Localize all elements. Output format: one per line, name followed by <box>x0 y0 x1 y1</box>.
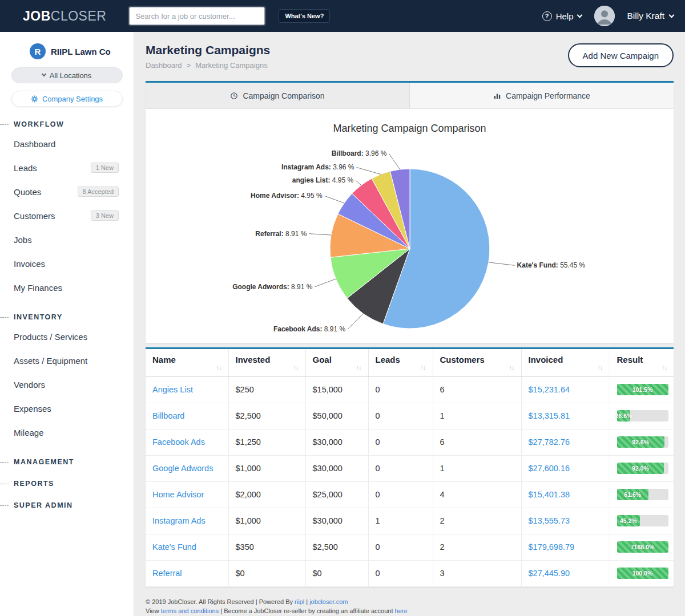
result-label: 7188.0% <box>631 544 654 550</box>
column-header-leads[interactable]: Leads↑↓ <box>368 349 433 376</box>
campaign-link[interactable]: Billboard <box>152 411 184 420</box>
result-bar: 61.6% <box>617 489 668 500</box>
company-settings-button[interactable]: Company Settings <box>11 91 123 107</box>
main-content: Marketing Campaigns Dashboard > Marketin… <box>134 32 685 616</box>
cell-invoiced: $15,231.64 <box>521 376 610 403</box>
nav-section-super-admin[interactable]: SUPER ADMIN <box>0 501 134 509</box>
invoiced-link[interactable]: $27,782.76 <box>529 437 570 447</box>
campaign-chart-card: Campaign Comparison Campaign Performance… <box>146 81 674 343</box>
invoiced-link[interactable]: $13,315.81 <box>529 411 570 420</box>
sidebar-item-invoices[interactable]: Invoices <box>0 252 134 275</box>
sidebar-item-mileage[interactable]: Mileage <box>0 420 134 444</box>
campaign-link[interactable]: Instagram Ads <box>152 516 206 525</box>
breadcrumb-dashboard[interactable]: Dashboard <box>146 61 182 70</box>
campaign-link[interactable]: Kate's Fund <box>152 542 196 552</box>
status-badge: 1 New <box>91 163 119 173</box>
nav-section-workflow[interactable]: WORKFLOW <box>0 120 134 128</box>
add-new-campaign-button[interactable]: Add New Campaign <box>568 43 674 67</box>
help-menu[interactable]: ? Help <box>542 11 582 21</box>
invoiced-link[interactable]: $27,600.16 <box>529 464 570 473</box>
user-menu[interactable]: Billy Kraft <box>627 11 674 21</box>
campaign-link[interactable]: Facebook Ads <box>152 437 205 447</box>
sort-icon[interactable]: ↑↓ <box>356 364 361 371</box>
pie-label: angies List: 4.95 % <box>292 176 354 184</box>
pie-label: Billboard: 3.96 % <box>332 149 387 157</box>
cell-invested: $0 <box>228 560 305 586</box>
sidebar-item-leads[interactable]: Leads1 New <box>0 156 134 180</box>
invoiced-link[interactable]: $179,698.79 <box>529 542 575 552</box>
sidebar-item-my-finances[interactable]: My Finances <box>0 275 134 299</box>
sidebar-item-jobs[interactable]: Jobs <box>0 228 134 252</box>
sidebar-item-assets-equipment[interactable]: Assets / Equipment <box>0 348 134 372</box>
sort-icon[interactable]: ↑↓ <box>509 364 514 371</box>
campaign-link[interactable]: Google Adwords <box>152 464 213 473</box>
riipl-link[interactable]: riipl <box>295 598 304 605</box>
invoiced-link[interactable]: $15,401.38 <box>529 490 570 499</box>
tab-campaign-performance[interactable]: Campaign Performance <box>409 83 674 108</box>
result-label: 92.6% <box>632 439 649 445</box>
pie-label: Referral: 8.91 % <box>255 230 307 238</box>
nav-section-reports[interactable]: REPORTS <box>0 480 134 488</box>
whats-new-button[interactable]: What's New? <box>279 9 330 23</box>
sort-icon[interactable]: ↑↓ <box>216 364 221 371</box>
cell-goal: $30,000 <box>305 429 368 455</box>
cell-goal: $15,000 <box>305 376 368 403</box>
invoiced-link[interactable]: $15,231.64 <box>529 385 570 394</box>
cell-result: 100.0% <box>610 560 674 586</box>
sidebar-item-dashboard[interactable]: Dashboard <box>0 132 134 156</box>
company-logo: R <box>30 43 46 59</box>
sidebar-item-vendors[interactable]: Vendors <box>0 372 134 396</box>
pie-label: Kate's Fund: 55.45 % <box>517 261 586 269</box>
campaign-link[interactable]: Home Advisor <box>152 490 204 499</box>
nav-section-management[interactable]: MANAGEMENT <box>0 458 134 466</box>
sort-icon[interactable]: ↑↓ <box>293 364 299 371</box>
cell-customers: 1 <box>433 403 521 429</box>
user-avatar[interactable] <box>594 6 615 26</box>
sidebar-item-expenses[interactable]: Expenses <box>0 396 134 420</box>
terms-link[interactable]: terms and conditions <box>161 607 219 614</box>
cell-name: Angies List <box>146 376 228 403</box>
column-header-name[interactable]: Name↑↓ <box>146 349 228 376</box>
search-input[interactable] <box>129 7 265 25</box>
column-header-invested[interactable]: Invested↑↓ <box>228 349 305 376</box>
result-bar-fill: 92.6% <box>617 436 664 448</box>
topbar: JOBCLOSER What's New? ? Help Billy Kraft <box>0 0 685 32</box>
sidebar-item-label: Invoices <box>14 259 45 269</box>
result-bar: 45.2% <box>617 515 668 526</box>
sort-icon[interactable]: ↑↓ <box>421 364 426 371</box>
column-header-invoiced[interactable]: Invoiced↑↓ <box>521 349 610 376</box>
sidebar-item-quotes[interactable]: Quotes8 Accepted <box>0 180 134 204</box>
column-header-goal[interactable]: Goal↑↓ <box>305 349 368 376</box>
help-label: Help <box>556 11 574 21</box>
section-label: REPORTS <box>14 480 54 488</box>
result-label: 100.0% <box>632 570 653 577</box>
sidebar-item-label: Leads <box>14 163 37 173</box>
sort-icon[interactable]: ↑↓ <box>662 364 667 371</box>
cell-name: Instagram Ads <box>146 508 228 534</box>
sidebar-item-customers[interactable]: Customers3 New <box>0 204 134 228</box>
result-bar-fill: 92.0% <box>617 463 664 474</box>
campaign-link[interactable]: Referral <box>152 569 182 578</box>
affiliate-link[interactable]: here <box>395 607 408 614</box>
sidebar-item-products-services[interactable]: Products / Services <box>0 325 134 348</box>
company-name: RIIPL Lawn Co <box>51 47 111 56</box>
jobcloser-link[interactable]: jobcloser.com <box>309 598 348 605</box>
invoiced-link[interactable]: $27,445.90 <box>529 569 570 578</box>
campaign-link[interactable]: Angies List <box>152 385 193 394</box>
cell-customers: 2 <box>433 534 521 560</box>
locations-dropdown[interactable]: All Locations <box>11 67 123 83</box>
nav-section-inventory[interactable]: INVENTORY <box>0 313 134 321</box>
tab-label: Campaign Performance <box>506 91 590 100</box>
column-header-result[interactable]: Result↑↓ <box>610 349 674 376</box>
result-bar-fill: 61.6% <box>617 489 648 500</box>
cell-goal: $2,500 <box>305 534 368 560</box>
chart-title: Marketing Campaign Comparison <box>146 123 674 135</box>
invoiced-link[interactable]: $13,555.73 <box>529 516 570 525</box>
sort-icon[interactable]: ↑↓ <box>598 364 603 371</box>
cell-goal: $30,000 <box>305 508 368 534</box>
cell-name: Billboard <box>146 403 228 429</box>
column-header-customers[interactable]: Customers↑↓ <box>433 349 521 376</box>
tab-campaign-comparison[interactable]: Campaign Comparison <box>146 83 409 108</box>
app-logo[interactable]: JOBCLOSER <box>23 9 106 24</box>
section-label: SUPER ADMIN <box>14 501 73 509</box>
